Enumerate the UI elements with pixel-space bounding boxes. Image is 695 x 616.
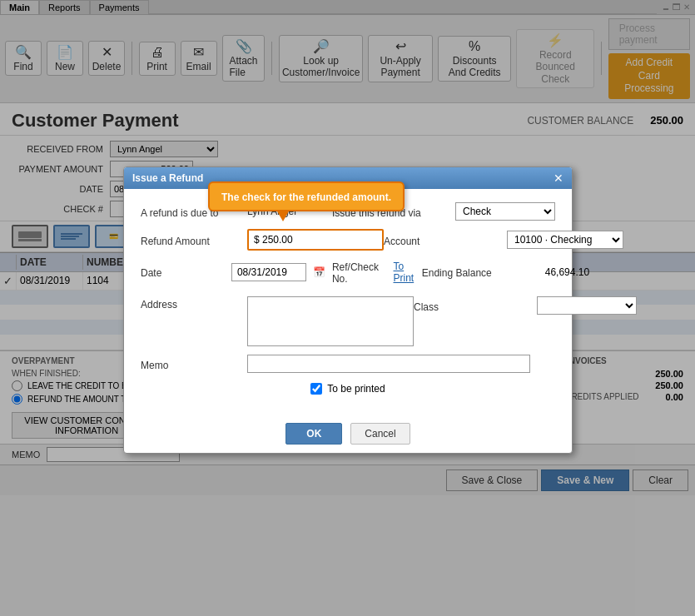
modal-date-input[interactable] (231, 263, 306, 281)
account-select[interactable]: 10100 · Checking (507, 231, 623, 249)
modal-close-button[interactable]: ✕ (554, 171, 563, 185)
account-label: Account (384, 233, 500, 247)
tooltip-bubble: The check for the refunded amount. (208, 181, 405, 211)
ref-check-label: Ref/Check No. (332, 259, 387, 285)
ref-check-value: To Print (394, 261, 422, 284)
modal-date-label: Date (141, 265, 225, 279)
modal-title: Issue a Refund (132, 172, 203, 184)
address-input[interactable] (247, 296, 414, 346)
to-be-printed-label: To be printed (327, 383, 385, 395)
modal-memo-input[interactable] (247, 355, 530, 373)
to-be-printed-checkbox[interactable] (310, 383, 322, 395)
modal-ok-button[interactable]: OK (285, 423, 342, 445)
ending-balance-value: 46,694.10 (545, 266, 589, 278)
modal-overlay: The check for the refunded amount. Issue… (0, 0, 695, 616)
modal-cancel-button[interactable]: Cancel (350, 423, 410, 445)
refund-amount-label: Refund Amount (141, 233, 241, 247)
refund-amount-highlight (247, 229, 384, 251)
class-label: Class (414, 299, 530, 313)
ending-balance-label: Ending Balance (422, 265, 539, 279)
refund-amount-input[interactable] (249, 231, 382, 249)
class-select[interactable] (537, 296, 637, 315)
issue-via-select[interactable]: Check (455, 202, 555, 221)
address-label: Address (141, 296, 241, 310)
modal-calendar-icon[interactable]: 📅 (313, 266, 325, 278)
modal-memo-label: Memo (141, 357, 241, 371)
